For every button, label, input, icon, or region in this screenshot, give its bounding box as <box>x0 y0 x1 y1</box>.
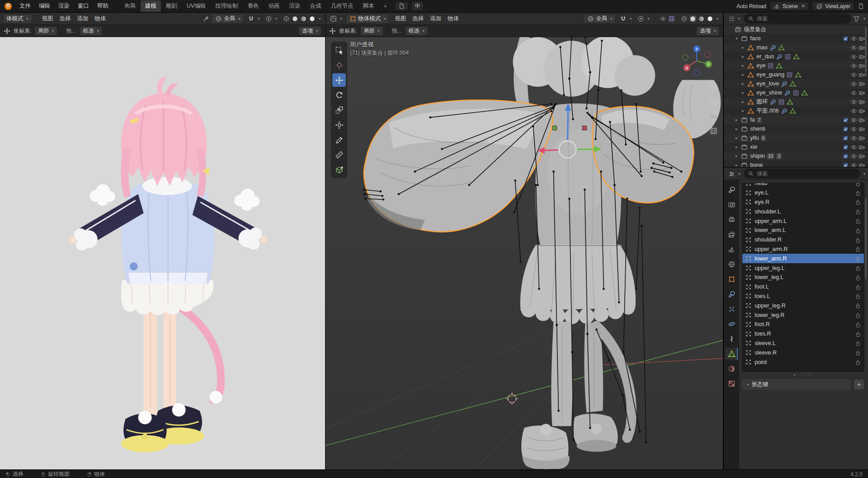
exclude-checkbox-icon[interactable] <box>842 35 849 42</box>
zoom-button[interactable] <box>708 81 718 92</box>
vertex-group-foot.R[interactable]: foot.R <box>742 320 864 329</box>
outliner-row-xie[interactable]: ▸xie <box>724 142 868 151</box>
left-options-button[interactable]: 选项▾ <box>298 26 321 36</box>
menu-渲染[interactable]: 渲染 <box>54 1 74 11</box>
lock-icon[interactable] <box>854 284 861 290</box>
lock-icon[interactable] <box>854 274 861 281</box>
properties-tab-output-icon[interactable] <box>725 213 738 226</box>
vertex-group-eye.R[interactable]: eye.R <box>742 198 864 207</box>
tool-annotate[interactable] <box>332 133 346 147</box>
vertex-group-sleeve.R[interactable]: sleeve.R <box>742 348 864 357</box>
tool-measure[interactable] <box>332 148 346 161</box>
vertex-group-lower_arm.R[interactable]: lower_arm.R <box>742 254 864 263</box>
render-camera-icon[interactable] <box>859 44 865 51</box>
properties-tab-material-icon[interactable] <box>725 363 738 375</box>
hide-eye-icon[interactable] <box>850 117 857 123</box>
outliner-row-fa[interactable]: ▸fa7 <box>724 115 868 124</box>
camera-view-button[interactable] <box>708 110 718 121</box>
menu-物体[interactable]: 物体 <box>444 14 462 23</box>
vertex-group-point[interactable]: point <box>742 357 864 367</box>
properties-scrollbar[interactable] <box>865 198 867 279</box>
exclude-checkbox-icon[interactable] <box>842 117 849 123</box>
outliner-row-face[interactable]: ▾face <box>724 34 868 43</box>
editor-type-button[interactable]: ▾ <box>328 15 344 23</box>
outliner-row-shenti[interactable]: ▸shenti <box>724 124 868 133</box>
menu-物体[interactable]: 物体 <box>92 14 109 23</box>
exclude-checkbox-icon[interactable] <box>842 135 849 142</box>
properties-tab-render-icon[interactable] <box>725 199 738 211</box>
render-camera-icon[interactable] <box>859 62 865 69</box>
outliner-editor-button[interactable]: ▾ <box>726 15 742 23</box>
vertex-group-shoulder.R[interactable]: shoulder.R <box>742 235 864 245</box>
hide-eye-icon[interactable] <box>850 126 857 133</box>
outliner-row-eye_guang[interactable]: ▸eye_guang <box>724 70 868 79</box>
outliner-row-eye_shine[interactable]: ▸eye_shine <box>724 88 868 97</box>
vertex-group-upper_leg.R[interactable]: upper_leg.R <box>742 301 864 310</box>
new-viewlayer-icon[interactable] <box>858 3 864 9</box>
pin-file-button[interactable] <box>395 2 408 10</box>
render-camera-icon[interactable] <box>859 144 865 151</box>
render-camera-icon[interactable] <box>859 71 865 78</box>
shading-rendered-icon[interactable] <box>309 15 316 22</box>
lock-icon[interactable] <box>854 302 861 309</box>
hide-eye-icon[interactable] <box>850 53 857 60</box>
vertex-group-foot.L[interactable]: foot.L <box>742 282 864 292</box>
show-gizmo-icon[interactable] <box>660 15 666 22</box>
select-mode-dropdown[interactable]: 框选▾ <box>405 26 428 36</box>
tool-transform[interactable] <box>332 118 346 132</box>
orientation-dropdown[interactable]: 全局▾ <box>584 14 616 24</box>
properties-tab-scene-icon[interactable] <box>725 243 738 256</box>
menu-视图[interactable]: 视图 <box>392 14 409 23</box>
menu-添加[interactable]: 添加 <box>427 14 444 23</box>
exclude-checkbox-icon[interactable] <box>842 126 849 133</box>
lock-icon[interactable] <box>854 189 861 196</box>
workspace-tab-着色[interactable]: 着色 <box>243 0 264 12</box>
lock-icon[interactable] <box>854 312 861 318</box>
shading-wireframe-icon[interactable] <box>283 15 290 22</box>
exclude-checkbox-icon[interactable] <box>842 144 849 151</box>
menu-视图[interactable]: 视图 <box>39 14 57 23</box>
menu-窗口[interactable]: 窗口 <box>74 1 93 11</box>
options-button[interactable]: 选项▾ <box>696 26 719 36</box>
rendered-viewport-canvas[interactable] <box>0 37 325 469</box>
render-camera-icon[interactable] <box>859 162 865 167</box>
tool-select-box[interactable] <box>332 43 346 57</box>
add-workspace-button[interactable]: + <box>379 1 391 11</box>
hide-eye-icon[interactable] <box>850 135 857 142</box>
exclude-checkbox-icon[interactable] <box>842 153 849 160</box>
viewlayer-selector[interactable]: ViewLayer <box>812 2 854 10</box>
outliner-row-圆环[interactable]: ▸圆环 <box>724 97 868 106</box>
vertex-group-sleeve.L[interactable]: sleeve.L <box>742 339 864 348</box>
shading-material-icon[interactable] <box>698 15 705 22</box>
menu-选择[interactable]: 选择 <box>409 14 427 23</box>
lock-icon[interactable] <box>854 199 861 205</box>
properties-tab-physics-icon[interactable] <box>725 318 738 330</box>
lock-icon[interactable] <box>854 349 861 356</box>
list-resize-handle[interactable]: ▸ ⸬⸬⸬ <box>739 372 868 377</box>
left-orientation-dropdown[interactable]: 全局▾ <box>212 14 244 24</box>
outliner-row-场景集合[interactable]: 场景集合 <box>724 25 868 34</box>
render-camera-icon[interactable] <box>859 108 865 114</box>
render-camera-icon[interactable] <box>859 90 865 96</box>
workspace-tab-合成[interactable]: 合成 <box>305 0 326 12</box>
hide-eye-icon[interactable] <box>850 162 857 167</box>
workspace-tab-建模[interactable]: 建模 <box>141 0 161 12</box>
hide-eye-icon[interactable] <box>850 153 857 160</box>
properties-tab-particles-icon[interactable] <box>725 303 738 315</box>
tool-rotate[interactable] <box>332 88 346 102</box>
workspace-tab-雕刻[interactable]: 雕刻 <box>161 0 182 12</box>
left-proportional-group[interactable]: ▾ <box>264 15 279 23</box>
hide-eye-icon[interactable] <box>850 144 857 151</box>
outliner-row-er_duo[interactable]: ▸er_duo <box>724 52 868 61</box>
outliner-search[interactable] <box>744 14 851 24</box>
ortho-toggle-button[interactable] <box>708 125 718 136</box>
left-select-mode-dropdown[interactable]: 框选▾ <box>79 26 102 36</box>
lock-icon[interactable] <box>854 265 861 271</box>
lock-icon[interactable] <box>854 321 861 328</box>
outliner-search-input[interactable] <box>756 15 847 22</box>
vertex-group-head[interactable]: head <box>742 183 864 188</box>
vertex-group-upper_leg.L[interactable]: upper_leg.L <box>742 263 864 273</box>
vertex-group-toes.R[interactable]: toes.R <box>742 329 864 339</box>
shading-solid-icon[interactable] <box>292 15 298 22</box>
hide-eye-icon[interactable] <box>850 99 857 105</box>
